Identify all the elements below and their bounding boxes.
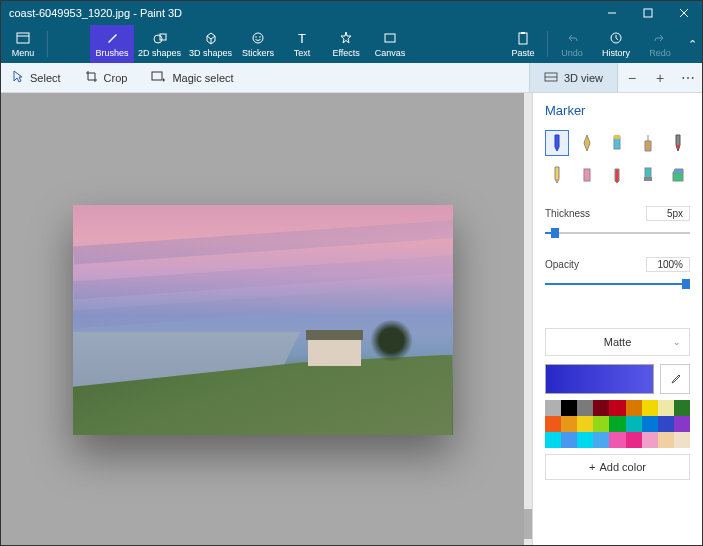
canvas-workspace[interactable] — [1, 93, 524, 546]
thickness-slider[interactable] — [545, 225, 690, 241]
undo-button[interactable]: Undo — [550, 25, 594, 63]
svg-rect-19 — [614, 135, 620, 139]
color-swatch[interactable] — [658, 416, 674, 432]
brush-fill[interactable] — [666, 162, 690, 188]
brush-calligraphy-pen[interactable] — [575, 130, 599, 156]
svg-rect-20 — [676, 145, 680, 148]
color-swatch[interactable] — [658, 432, 674, 448]
color-swatch[interactable] — [577, 432, 593, 448]
color-swatch[interactable] — [545, 416, 561, 432]
paste-button[interactable]: Paste — [501, 25, 545, 63]
zoom-in-button[interactable]: + — [646, 63, 674, 92]
history-button[interactable]: History — [594, 25, 638, 63]
zoom-out-button[interactable]: − — [618, 63, 646, 92]
select-tool[interactable]: Select — [1, 63, 73, 92]
material-dropdown[interactable]: Matte ⌄ — [545, 328, 690, 356]
svg-rect-1 — [644, 9, 652, 17]
3d-view-icon — [544, 71, 558, 85]
scrollbar-thumb[interactable] — [524, 509, 532, 539]
chevron-up-icon: ⌃ — [688, 38, 697, 51]
brush-oil[interactable] — [605, 130, 629, 156]
effects-icon — [339, 30, 353, 46]
color-swatch[interactable] — [626, 416, 642, 432]
history-icon — [609, 30, 623, 46]
color-swatch[interactable] — [609, 400, 625, 416]
color-swatch[interactable] — [593, 416, 609, 432]
maximize-button[interactable] — [630, 1, 666, 25]
color-swatch[interactable] — [561, 432, 577, 448]
color-swatch[interactable] — [642, 416, 658, 432]
magic-select-tool[interactable]: Magic select — [139, 63, 245, 92]
color-swatch[interactable] — [561, 416, 577, 432]
3d-shapes-icon — [204, 30, 218, 46]
svg-point-8 — [253, 33, 263, 43]
add-color-button[interactable]: + Add color — [545, 454, 690, 480]
vertical-scrollbar[interactable] — [524, 93, 532, 546]
opacity-label: Opacity — [545, 259, 579, 270]
thickness-label: Thickness — [545, 208, 590, 219]
paste-icon — [516, 30, 530, 46]
stickers-icon — [251, 30, 265, 46]
brush-spray-can[interactable] — [636, 130, 660, 156]
2d-shapes-tab[interactable]: 2D shapes — [134, 25, 185, 63]
color-swatch[interactable] — [577, 400, 593, 416]
color-swatch[interactable] — [561, 400, 577, 416]
color-swatch[interactable] — [626, 400, 642, 416]
svg-rect-13 — [519, 33, 527, 44]
close-button[interactable] — [666, 1, 702, 25]
crop-tool[interactable]: Crop — [73, 63, 140, 92]
plus-icon: + — [589, 461, 595, 473]
svg-rect-4 — [17, 33, 29, 43]
brush-marker[interactable] — [545, 130, 569, 156]
svg-rect-16 — [152, 72, 162, 80]
canvas-tab[interactable]: Canvas — [368, 25, 412, 63]
color-swatch[interactable] — [609, 432, 625, 448]
stickers-tab[interactable]: Stickers — [236, 25, 280, 63]
menu-icon — [16, 30, 30, 46]
color-swatch[interactable] — [593, 432, 609, 448]
color-swatch[interactable] — [674, 400, 690, 416]
brush-watercolor[interactable] — [666, 130, 690, 156]
eyedropper-button[interactable] — [660, 364, 690, 394]
color-swatch[interactable] — [642, 400, 658, 416]
color-swatch[interactable] — [674, 432, 690, 448]
cursor-icon — [13, 70, 24, 85]
more-options-button[interactable]: ⋯ — [674, 63, 702, 92]
color-swatch[interactable] — [658, 400, 674, 416]
color-swatch[interactable] — [674, 416, 690, 432]
brush-pixel-pen[interactable] — [636, 162, 660, 188]
svg-point-6 — [154, 35, 162, 43]
current-color-swatch[interactable] — [545, 364, 654, 394]
color-swatch[interactable] — [577, 416, 593, 432]
3d-shapes-tab[interactable]: 3D shapes — [185, 25, 236, 63]
color-swatch[interactable] — [545, 432, 561, 448]
opacity-value[interactable]: 100% — [646, 257, 690, 272]
ribbon: Menu Brushes 2D shapes 3D shapes Sticker… — [1, 25, 702, 63]
3d-view-toggle[interactable]: 3D view — [529, 63, 618, 92]
svg-rect-14 — [521, 32, 525, 34]
redo-icon — [653, 30, 667, 46]
opacity-slider[interactable] — [545, 276, 690, 292]
brushes-tab[interactable]: Brushes — [90, 25, 134, 63]
thickness-value[interactable]: 5px — [646, 206, 690, 221]
brush-crayon[interactable] — [605, 162, 629, 188]
minimize-button[interactable] — [594, 1, 630, 25]
effects-tab[interactable]: Effects — [324, 25, 368, 63]
canvas-image[interactable] — [73, 205, 453, 435]
color-swatch[interactable] — [545, 400, 561, 416]
text-tab[interactable]: T Text — [280, 25, 324, 63]
chevron-down-icon: ⌄ — [673, 337, 681, 347]
brush-eraser[interactable] — [575, 162, 599, 188]
color-swatch[interactable] — [626, 432, 642, 448]
color-swatch[interactable] — [593, 400, 609, 416]
menu-button[interactable]: Menu — [1, 25, 45, 63]
svg-rect-21 — [584, 169, 590, 181]
window-title: coast-6049953_1920.jpg - Paint 3D — [9, 7, 594, 19]
brush-pencil[interactable] — [545, 162, 569, 188]
side-panel: Marker Thickness 5px Opacity — [532, 93, 702, 546]
svg-rect-23 — [644, 177, 652, 181]
color-swatch[interactable] — [642, 432, 658, 448]
color-swatch[interactable] — [609, 416, 625, 432]
redo-button[interactable]: Redo — [638, 25, 682, 63]
collapse-ribbon-button[interactable]: ⌃ — [682, 25, 702, 63]
